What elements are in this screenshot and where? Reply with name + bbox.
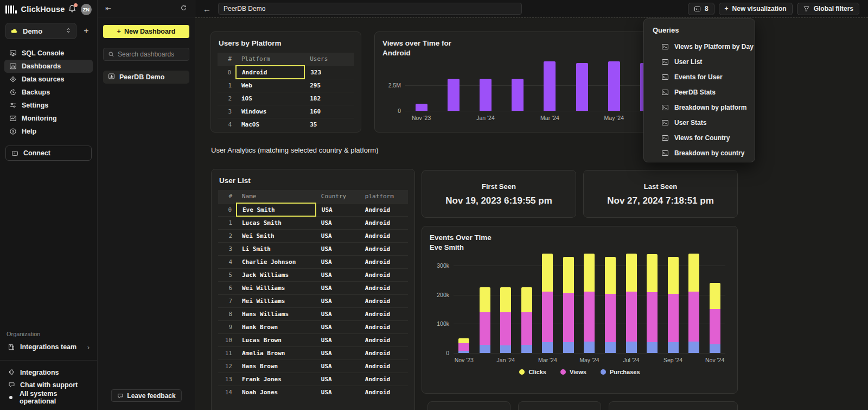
table-cell[interactable]: Android <box>360 373 408 386</box>
bar-feb24[interactable] <box>512 79 524 111</box>
query-menu-item-breakdown-by-country[interactable]: Breakdown by country <box>644 146 755 161</box>
add-service-button[interactable]: + <box>81 26 92 36</box>
table-cell[interactable]: Wei Smith <box>237 229 316 242</box>
table-cell[interactable]: Lucas Smith <box>237 216 316 229</box>
table-cell[interactable]: 11 <box>218 346 237 359</box>
stacked-bar-mar24[interactable] <box>542 254 553 353</box>
table-cell[interactable]: Android <box>236 66 304 79</box>
table-cell[interactable]: USA <box>316 203 360 216</box>
table-cell[interactable]: 9 <box>218 320 237 333</box>
dashboard-title-input[interactable] <box>218 3 522 15</box>
query-menu-item-views-by-platform-by-day[interactable]: Views by Platform by Day <box>644 39 755 54</box>
stacked-bar-dec23[interactable] <box>480 287 490 353</box>
stacked-bar-oct24[interactable] <box>688 254 699 353</box>
table-cell[interactable]: Android <box>360 255 408 268</box>
table-cell[interactable]: 1 <box>218 216 237 229</box>
back-arrow-icon[interactable]: ← <box>203 4 213 14</box>
table-cell[interactable]: 7 <box>218 294 237 307</box>
sidebar-item-help[interactable]: Help <box>4 125 93 138</box>
query-menu-item-breakdown-by-platform[interactable]: Breakdown by platform <box>644 100 755 115</box>
table-cell[interactable]: iOS <box>236 92 304 105</box>
table-cell[interactable]: 3 <box>218 105 236 118</box>
table-cell[interactable]: USA <box>316 386 360 399</box>
table-cell[interactable]: 2 <box>218 229 237 242</box>
table-cell[interactable]: Amelia Brown <box>237 346 316 359</box>
service-selector[interactable]: Demo <box>5 23 76 39</box>
stacked-bar-jan24[interactable] <box>500 287 511 353</box>
sidebar-footer-item-all-systems-operational[interactable]: All systems operational <box>4 391 93 403</box>
table-cell[interactable]: 0 <box>218 66 236 79</box>
table-cell[interactable]: Hans Brown <box>237 359 316 373</box>
table-cell[interactable]: USA <box>316 268 360 281</box>
table-cell[interactable]: 323 <box>304 66 354 79</box>
bar-dec23[interactable] <box>448 79 459 111</box>
table-cell[interactable]: Frank Jones <box>237 373 316 386</box>
stacked-bar-jun24[interactable] <box>605 257 616 353</box>
sidebar-item-backups[interactable]: Backups <box>4 86 93 99</box>
sidebar-item-integrations-team[interactable]: Integrations team › <box>4 340 93 354</box>
table-cell[interactable]: 6 <box>218 281 237 294</box>
table-cell[interactable]: Android <box>360 320 408 333</box>
table-cell[interactable]: Lucas Brown <box>237 333 316 346</box>
table-cell[interactable]: Wei Williams <box>237 281 316 294</box>
stacked-bar-apr24[interactable] <box>563 257 574 353</box>
query-menu-item-events-for-user[interactable]: Events for User <box>644 70 755 85</box>
table-cell[interactable]: Jack Williams <box>237 268 316 281</box>
table-cell[interactable]: Android <box>360 203 408 216</box>
sidebar-item-sql-console[interactable]: SQL Console <box>4 47 93 60</box>
table-cell[interactable]: Windows <box>236 105 304 118</box>
query-menu-item-user-list[interactable]: User List <box>644 54 755 70</box>
table-cell[interactable]: USA <box>316 229 360 242</box>
table-cell[interactable]: Android <box>360 333 408 346</box>
legend-item-clicks[interactable]: Clicks <box>519 369 546 375</box>
connect-button[interactable]: Connect <box>5 146 92 161</box>
stacked-bar-nov24[interactable] <box>710 283 720 353</box>
sidebar-footer-item-integrations[interactable]: Integrations <box>4 366 93 379</box>
table-cell[interactable]: 4 <box>218 255 237 268</box>
table-cell[interactable]: 14 <box>218 386 237 399</box>
table-cell[interactable]: USA <box>316 255 360 268</box>
sidebar-item-data-sources[interactable]: Data sources <box>4 73 93 86</box>
table-cell[interactable]: USA <box>316 373 360 386</box>
table-cell[interactable]: USA <box>316 242 360 255</box>
avatar[interactable]: ZN <box>81 4 92 15</box>
stacked-bar-feb24[interactable] <box>521 287 532 353</box>
table-cell[interactable]: Mei Williams <box>237 294 316 307</box>
leave-feedback-button[interactable]: Leave feedback <box>111 389 181 402</box>
table-cell[interactable]: Android <box>360 294 408 307</box>
new-visualization-button[interactable]: + New visualization <box>719 3 793 15</box>
stacked-bar-nov23[interactable] <box>458 338 469 353</box>
table-cell[interactable]: USA <box>316 294 360 307</box>
table-cell[interactable]: Android <box>360 281 408 294</box>
table-cell[interactable]: USA <box>316 216 360 229</box>
table-cell[interactable]: 295 <box>304 79 354 92</box>
bar-mar24[interactable] <box>544 61 556 111</box>
queries-count-button[interactable]: 8 <box>688 3 714 15</box>
stacked-bar-jul24[interactable] <box>626 254 637 353</box>
table-cell[interactable]: Charlie Johnson <box>237 255 316 268</box>
table-cell[interactable]: Noah Jones <box>237 386 316 399</box>
sidebar-item-settings[interactable]: Settings <box>4 99 93 112</box>
stacked-bar-aug24[interactable] <box>647 254 658 353</box>
table-cell[interactable]: 8 <box>218 307 237 320</box>
search-input[interactable] <box>118 51 184 58</box>
table-cell[interactable]: 0 <box>218 203 237 216</box>
collapse-panel-icon[interactable]: ⇤ <box>105 4 111 12</box>
table-cell[interactable]: Android <box>360 229 408 242</box>
stacked-bar-may24[interactable] <box>584 254 595 353</box>
table-cell[interactable]: Android <box>360 307 408 320</box>
table-cell[interactable]: MacOS <box>236 118 304 131</box>
bar-jan24[interactable] <box>480 79 492 111</box>
table-cell[interactable]: Android <box>360 359 408 373</box>
legend-item-views[interactable]: Views <box>560 369 586 375</box>
table-cell[interactable]: Web <box>236 79 304 92</box>
new-dashboard-button[interactable]: + New Dashboard <box>103 25 189 38</box>
stacked-bar-sep24[interactable] <box>668 257 679 353</box>
bar-may24[interactable] <box>608 61 620 111</box>
sidebar-item-monitoring[interactable]: Monitoring <box>4 112 93 125</box>
table-cell[interactable]: 2 <box>218 92 236 105</box>
table-cell[interactable]: 182 <box>304 92 354 105</box>
refresh-icon[interactable] <box>180 4 187 13</box>
table-cell[interactable]: 1 <box>218 79 236 92</box>
table-cell[interactable]: USA <box>316 281 360 294</box>
